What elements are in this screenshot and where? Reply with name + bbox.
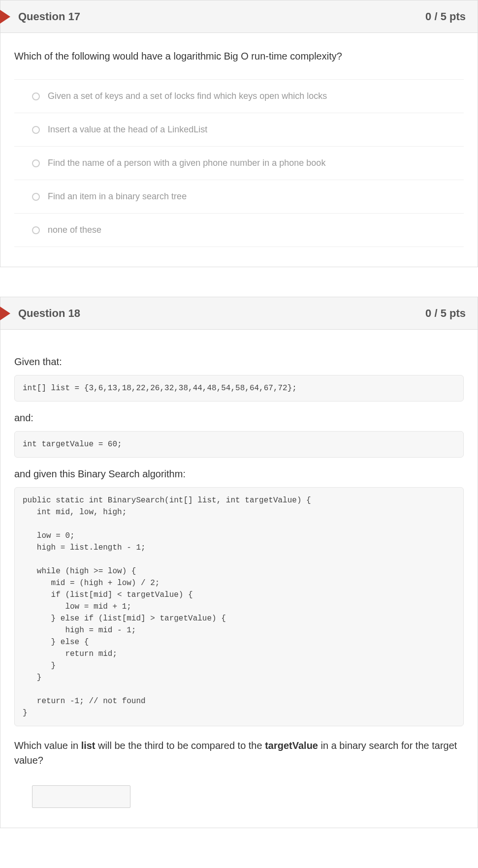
option-row[interactable]: none of these xyxy=(14,214,464,247)
radio-icon xyxy=(32,159,40,167)
question-title: Question 17 xyxy=(18,8,80,25)
question-prompt: Which of the following would have a loga… xyxy=(14,49,464,63)
question-points: 0 / 5 pts xyxy=(425,305,466,321)
option-label: none of these xyxy=(48,223,101,237)
question-points: 0 / 5 pts xyxy=(425,8,466,25)
option-row[interactable]: Find the name of a person with a given p… xyxy=(14,147,464,180)
final-prompt-bold: list xyxy=(81,740,96,751)
question-title: Question 18 xyxy=(18,305,80,321)
options-list: Given a set of keys and a set of locks f… xyxy=(14,79,464,247)
question-card-18: Question 18 0 / 5 pts Given that: int[] … xyxy=(0,297,478,828)
question-body: Which of the following would have a loga… xyxy=(0,33,478,267)
option-label: Given a set of keys and a set of locks f… xyxy=(48,90,327,103)
final-prompt-text: Which value in xyxy=(14,740,81,751)
option-row[interactable]: Insert a value at the head of a LinkedLi… xyxy=(14,113,464,147)
final-prompt: Which value in list will be the third to… xyxy=(14,738,464,768)
code-block: int[] list = {3,6,13,18,22,26,32,38,44,4… xyxy=(14,375,464,402)
option-row[interactable]: Find an item in a binary search tree xyxy=(14,180,464,214)
question-body: Given that: int[] list = {3,6,13,18,22,2… xyxy=(0,330,478,828)
radio-icon xyxy=(32,93,40,100)
radio-icon xyxy=(32,126,40,134)
arrow-icon xyxy=(0,9,10,25)
final-prompt-text: will be the third to be compared to the xyxy=(96,740,265,751)
arrow-icon xyxy=(0,306,10,321)
question-card-17: Question 17 0 / 5 pts Which of the follo… xyxy=(0,0,478,267)
answer-area xyxy=(14,785,464,808)
question-header: Question 18 0 / 5 pts xyxy=(0,297,478,330)
option-row[interactable]: Given a set of keys and a set of locks f… xyxy=(14,80,464,113)
option-label: Insert a value at the head of a LinkedLi… xyxy=(48,123,207,136)
intro-text: and given this Binary Search algorithm: xyxy=(14,466,464,481)
radio-icon xyxy=(32,193,40,201)
option-label: Find the name of a person with a given p… xyxy=(48,156,325,170)
radio-icon xyxy=(32,226,40,234)
code-block: int targetValue = 60; xyxy=(14,431,464,458)
intro-text: Given that: xyxy=(14,354,464,369)
option-label: Find an item in a binary search tree xyxy=(48,190,187,203)
answer-input[interactable] xyxy=(32,785,130,808)
code-block: public static int BinarySearch(int[] lis… xyxy=(14,487,464,726)
final-prompt-bold: targetValue xyxy=(265,740,318,751)
question-header: Question 17 0 / 5 pts xyxy=(0,0,478,33)
intro-text: and: xyxy=(14,410,464,425)
